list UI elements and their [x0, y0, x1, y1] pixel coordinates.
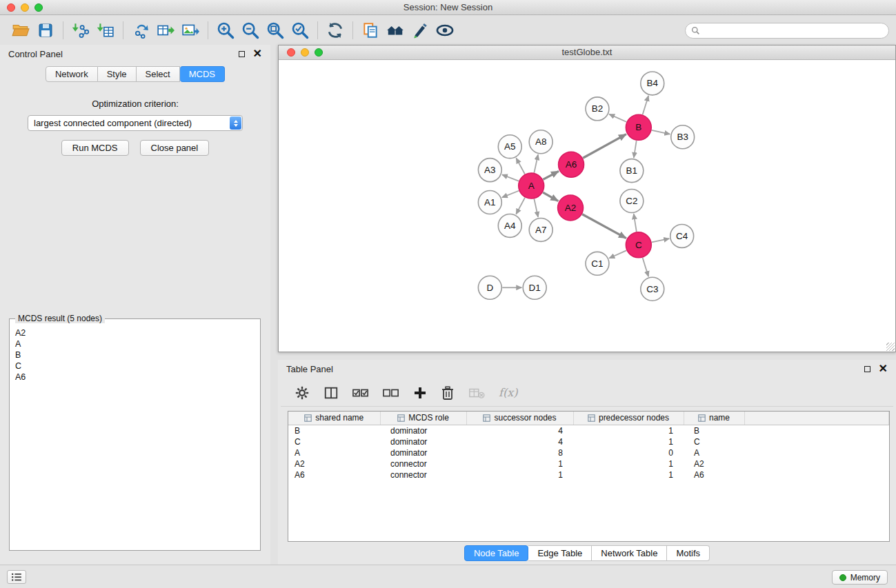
- documents-icon[interactable]: [358, 19, 383, 42]
- open-file-icon[interactable]: [8, 19, 33, 42]
- cell-shared-name[interactable]: A2: [288, 458, 380, 469]
- mcds-result-item[interactable]: C: [15, 361, 255, 372]
- deselect-all-icon[interactable]: [383, 387, 399, 399]
- cell-name[interactable]: B: [684, 425, 744, 436]
- cell-successor-nodes[interactable]: 1: [466, 469, 573, 480]
- control-tab-select[interactable]: Select: [137, 66, 180, 82]
- cell-predecessor-nodes[interactable]: 1: [573, 436, 684, 447]
- graph-edge-A-A5[interactable]: [516, 158, 525, 174]
- graph-node-A4[interactable]: A4: [498, 214, 521, 237]
- mcds-result-item[interactable]: A2: [15, 327, 255, 338]
- search-input[interactable]: [704, 25, 883, 36]
- export-image-icon[interactable]: [178, 19, 203, 42]
- graph-edge-A-A3[interactable]: [502, 174, 519, 181]
- graph-node-A1[interactable]: A1: [478, 191, 501, 214]
- export-table-icon[interactable]: [153, 19, 178, 42]
- graph-node-D[interactable]: D: [478, 276, 501, 299]
- graph-node-B4[interactable]: B4: [641, 72, 664, 95]
- minimize-window-button[interactable]: [21, 3, 29, 12]
- delete-column-trash-icon[interactable]: [441, 385, 455, 401]
- tab-network-table[interactable]: Network Table: [592, 545, 667, 561]
- graph-edge-C-C1[interactable]: [609, 250, 626, 258]
- graph-node-B[interactable]: B: [626, 114, 651, 140]
- cell-name[interactable]: A6: [684, 469, 744, 480]
- graph-edge-B-B3[interactable]: [652, 130, 670, 134]
- cell-shared-name[interactable]: A: [288, 447, 380, 458]
- close-panel-button[interactable]: Close panel: [140, 140, 210, 156]
- graph-node-A3[interactable]: A3: [478, 159, 501, 182]
- zoom-selected-icon[interactable]: [288, 19, 312, 42]
- float-panel-icon[interactable]: [239, 51, 245, 57]
- cell-successor-nodes[interactable]: 8: [466, 447, 573, 458]
- column-header-mcds-role[interactable]: MCDS role: [380, 412, 466, 425]
- graph-edge-B-B1[interactable]: [634, 141, 637, 158]
- table-row[interactable]: A2connector11A2: [288, 458, 889, 469]
- tab-motifs[interactable]: Motifs: [667, 545, 710, 561]
- function-builder-icon[interactable]: f(x): [499, 386, 517, 399]
- resize-grip[interactable]: [886, 343, 895, 351]
- graph-node-A5[interactable]: A5: [498, 135, 521, 159]
- select-all-icon[interactable]: [352, 387, 369, 399]
- graph-node-D1[interactable]: D1: [523, 276, 546, 299]
- graph-edge-A-A1[interactable]: [502, 191, 519, 198]
- tab-node-table[interactable]: Node Table: [464, 545, 529, 561]
- eye-icon[interactable]: [432, 19, 457, 42]
- delete-table-icon[interactable]: [468, 386, 485, 400]
- graph-node-C4[interactable]: C4: [670, 224, 694, 247]
- graph-node-A[interactable]: A: [519, 173, 544, 199]
- control-tab-network[interactable]: Network: [46, 66, 98, 82]
- run-mcds-button[interactable]: Run MCDS: [61, 140, 129, 156]
- graph-edge-A2-C[interactable]: [582, 214, 626, 239]
- optimization-dropdown[interactable]: largest connected component (directed): [28, 115, 243, 131]
- column-header-shared-name[interactable]: shared name: [288, 412, 380, 425]
- graph-node-C2[interactable]: C2: [620, 190, 644, 213]
- graph-node-C1[interactable]: C1: [586, 252, 609, 275]
- table-row[interactable]: A6connector11A6: [288, 469, 889, 480]
- cell-name[interactable]: A: [684, 447, 744, 458]
- graph-edge-C-C2[interactable]: [634, 214, 637, 232]
- add-column-icon[interactable]: [413, 386, 427, 400]
- cell-successor-nodes[interactable]: 4: [466, 436, 573, 447]
- graph-node-A7[interactable]: A7: [529, 218, 552, 241]
- network-window-titlebar[interactable]: testGlobe.txt: [279, 45, 895, 60]
- cell-successor-nodes[interactable]: 4: [466, 425, 573, 436]
- cell-shared-name[interactable]: C: [288, 436, 380, 447]
- graph-edge-A-A6[interactable]: [543, 171, 559, 179]
- network-minimize-button[interactable]: [301, 48, 309, 57]
- save-session-icon[interactable]: [33, 19, 58, 42]
- graph-node-C[interactable]: C: [626, 232, 651, 258]
- close-window-button[interactable]: [7, 3, 15, 12]
- table-settings-gear-icon[interactable]: [295, 385, 310, 401]
- cell-shared-name[interactable]: A6: [288, 469, 380, 480]
- graph-node-B3[interactable]: B3: [671, 125, 695, 149]
- column-header-successor-nodes[interactable]: successor nodes: [466, 412, 573, 425]
- graph-node-A8[interactable]: A8: [529, 130, 552, 154]
- graph-node-B2[interactable]: B2: [586, 97, 609, 121]
- column-header-predecessor-nodes[interactable]: predecessor nodes: [573, 412, 684, 425]
- cell-predecessor-nodes[interactable]: 1: [573, 469, 684, 480]
- float-table-panel-icon[interactable]: [864, 366, 870, 372]
- network-canvas[interactable]: B4B2BB3A5A8A6B1A3AC2A1A2A4A7C4CC1C3DD1: [279, 60, 895, 352]
- graph-edge-A-A7[interactable]: [534, 199, 538, 217]
- column-header-name[interactable]: name: [684, 412, 744, 425]
- control-tab-mcds[interactable]: MCDS: [180, 66, 225, 82]
- search-field[interactable]: [685, 23, 889, 39]
- cell-mcds-role[interactable]: connector: [380, 458, 466, 469]
- close-panel-icon[interactable]: ✕: [253, 50, 262, 58]
- show-columns-icon[interactable]: [323, 385, 339, 401]
- cell-successor-nodes[interactable]: 1: [466, 458, 573, 469]
- network-close-button[interactable]: [287, 48, 295, 57]
- cell-predecessor-nodes[interactable]: 1: [573, 425, 684, 436]
- home-icon[interactable]: [383, 19, 408, 42]
- cell-mcds-role[interactable]: dominator: [380, 447, 466, 458]
- graph-edge-C-C3[interactable]: [643, 258, 648, 276]
- graph-node-A2[interactable]: A2: [558, 195, 584, 221]
- mcds-result-item[interactable]: A6: [15, 372, 255, 383]
- table-row[interactable]: Adominator80A: [288, 447, 889, 458]
- table-row[interactable]: Cdominator41C: [288, 436, 889, 447]
- cell-mcds-role[interactable]: connector: [380, 469, 466, 480]
- cell-mcds-role[interactable]: dominator: [380, 425, 466, 436]
- zoom-window-button[interactable]: [34, 3, 43, 12]
- control-tab-style[interactable]: Style: [98, 66, 137, 82]
- table-row[interactable]: Bdominator41B: [288, 425, 889, 436]
